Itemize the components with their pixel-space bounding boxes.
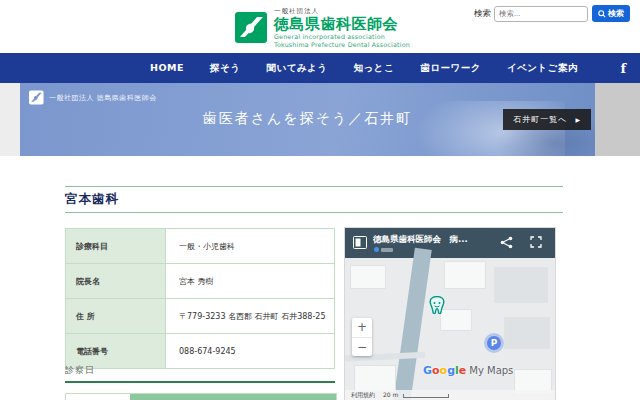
org-name-en-1: General incorporated association bbox=[274, 34, 410, 40]
hero-logo: 一般社団法人 徳島県歯科医師会 bbox=[28, 90, 157, 105]
main-nav: HOME 探そう 聞いてみよう 知っとこ 歯ローワーク イベントご案内 f bbox=[0, 53, 640, 83]
google-watermark: GoogleMy Maps bbox=[423, 364, 513, 377]
share-icon[interactable] bbox=[500, 236, 513, 249]
map-header: 徳島県歯科医師会 病... bbox=[345, 228, 555, 258]
schedule-table-sliver bbox=[65, 393, 337, 400]
map-subtitle-badge bbox=[374, 247, 393, 252]
table-row: 診療科目 一般・小児歯科 bbox=[66, 229, 335, 264]
map-scale-bar bbox=[403, 394, 449, 398]
town-list-button[interactable]: 石井町一覧へ ▶ bbox=[503, 109, 591, 130]
nav-item-hellowork[interactable]: 歯ローワーク bbox=[420, 62, 481, 75]
map-footer: 利用規約 20 m bbox=[345, 390, 555, 400]
nav-item-search[interactable]: 探そう bbox=[210, 62, 240, 75]
map-scale-label: 20 m bbox=[383, 391, 398, 398]
map-canvas[interactable]: P + − GoogleMy Maps 利用規約 20 m bbox=[345, 258, 555, 400]
town-list-button-label: 石井町一覧へ bbox=[513, 114, 567, 125]
map-badge-dot-icon bbox=[374, 247, 379, 252]
nav-item-ask[interactable]: 聞いてみよう bbox=[266, 62, 327, 75]
org-name: 徳島県歯科医師会 bbox=[274, 17, 410, 32]
page: 一般社団法人 徳島県歯科医師会 General incorporated ass… bbox=[0, 0, 640, 400]
divider-bottom bbox=[65, 212, 563, 213]
hero-band: 一般社団法人 徳島県歯科医師会 歯医者さんを探そう／石井町 石井町一覧へ ▶ bbox=[0, 83, 640, 156]
map-road bbox=[391, 248, 431, 400]
clinic-name-heading: 宮本歯科 bbox=[65, 191, 119, 208]
schedule-divider bbox=[65, 381, 335, 383]
table-row: 院長名 宮本 秀樹 bbox=[66, 264, 335, 299]
org-type-label: 一般社団法人 bbox=[274, 8, 410, 15]
row-value-address: 〒779-3233 名西郡 石井町 石井388-25 bbox=[166, 299, 335, 334]
org-name-en-2: Tokushima Prefecture Dental Association bbox=[274, 42, 410, 48]
row-value-director: 宮本 秀樹 bbox=[166, 264, 335, 299]
zoom-out-button[interactable]: − bbox=[352, 338, 372, 357]
map-side-panel-icon[interactable] bbox=[353, 236, 367, 249]
table-row: 電話番号 088-674-9245 bbox=[66, 334, 335, 369]
hero-logo-label: 一般社団法人 徳島県歯科医師会 bbox=[49, 93, 157, 103]
map-title[interactable]: 徳島県歯科医師会 病... bbox=[373, 234, 468, 246]
schedule-heading: 診察日 bbox=[65, 364, 95, 377]
search-area: 検索 検索 bbox=[474, 5, 630, 22]
row-label-director: 院長名 bbox=[66, 264, 166, 299]
nav-item-events[interactable]: イベントご案内 bbox=[507, 62, 578, 75]
search-button[interactable]: 検索 bbox=[592, 5, 630, 22]
top-header: 一般社団法人 徳島県歯科医師会 General incorporated ass… bbox=[0, 0, 640, 53]
map-zoom-control: + − bbox=[352, 318, 372, 356]
mymaps-watermark: My Maps bbox=[469, 365, 513, 376]
table-row: 住 所 〒779-3233 名西郡 石井町 石井388-25 bbox=[66, 299, 335, 334]
search-icon bbox=[598, 10, 606, 18]
tooth-logo-icon bbox=[235, 11, 268, 44]
row-label-department: 診療科目 bbox=[66, 229, 166, 264]
tooth-marker-icon[interactable] bbox=[429, 296, 445, 314]
search-label: 検索 bbox=[474, 8, 491, 20]
row-value-phone: 088-674-9245 bbox=[166, 334, 335, 369]
hero-tooth-logo-icon bbox=[28, 90, 45, 105]
fullscreen-icon[interactable] bbox=[530, 236, 542, 248]
nav-item-know[interactable]: 知っとこ bbox=[354, 62, 395, 75]
arrow-right-icon: ▶ bbox=[575, 116, 581, 123]
search-button-label: 検索 bbox=[608, 8, 624, 19]
clinic-info-table: 診療科目 一般・小児歯科 院長名 宮本 秀樹 住 所 〒779-3233 名西郡… bbox=[65, 228, 335, 369]
row-label-address: 住 所 bbox=[66, 299, 166, 334]
google-mymaps-embed: 徳島県歯科医師会 病... bbox=[345, 228, 555, 400]
site-logo[interactable]: 一般社団法人 徳島県歯科医師会 General incorporated ass… bbox=[235, 8, 410, 48]
divider-top bbox=[65, 186, 563, 187]
facebook-icon[interactable]: f bbox=[620, 53, 626, 83]
hero-banner: 一般社団法人 徳島県歯科医師会 歯医者さんを探そう／石井町 石井町一覧へ ▶ bbox=[20, 83, 595, 156]
map-terms-link[interactable]: 利用規約 bbox=[351, 391, 375, 400]
parking-marker[interactable]: P bbox=[487, 336, 501, 350]
search-input[interactable] bbox=[494, 6, 588, 22]
nav-item-home[interactable]: HOME bbox=[150, 62, 184, 75]
row-value-department: 一般・小児歯科 bbox=[166, 229, 335, 264]
zoom-in-button[interactable]: + bbox=[352, 318, 372, 338]
